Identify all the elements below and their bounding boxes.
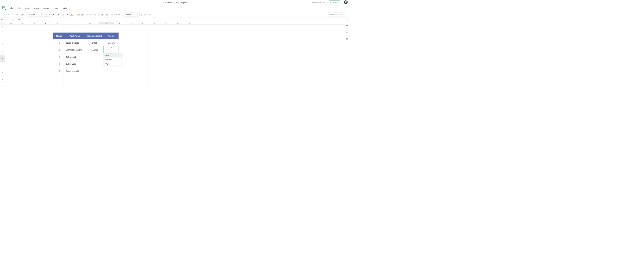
cell-C2[interactable] [28, 29, 40, 34]
cell-N8[interactable] [172, 69, 184, 76]
menu-view[interactable]: View [25, 7, 30, 10]
cell-D5[interactable] [40, 48, 52, 55]
cell-L6[interactable] [149, 55, 160, 62]
dropdown-option-low[interactable]: Low [104, 54, 122, 58]
cell-B2[interactable] [17, 29, 28, 34]
cell-M4[interactable] [160, 41, 172, 48]
row-header-2[interactable]: 2 [0, 29, 5, 34]
comments-icon[interactable] [346, 31, 348, 33]
cell-O8[interactable] [184, 69, 196, 76]
cell-D2[interactable] [40, 29, 52, 34]
cell-K10[interactable] [137, 83, 149, 89]
cell-E1[interactable] [52, 24, 63, 29]
cell-A9[interactable] [5, 76, 17, 82]
cell-J1[interactable] [126, 24, 137, 29]
cell-A3[interactable] [5, 34, 17, 41]
cell-O3[interactable] [184, 34, 196, 41]
cell-F1[interactable] [64, 24, 81, 29]
insert-image-button[interactable] [105, 13, 108, 16]
cell-K7[interactable] [137, 62, 149, 69]
cell-D10[interactable] [40, 83, 52, 89]
menu-insert[interactable]: Insert [34, 7, 39, 10]
font-family-select[interactable]: Tahoma▾ [28, 13, 44, 16]
cell-L5[interactable] [149, 48, 160, 55]
cell-C5[interactable] [28, 48, 40, 55]
cell-C8[interactable] [28, 69, 40, 76]
task-name-cell[interactable]: Sara's project 2 [65, 70, 86, 72]
cell-E9[interactable] [52, 76, 63, 82]
cell-B1[interactable] [17, 24, 28, 29]
functions-button[interactable]: Σ▾ [118, 14, 120, 16]
format-painter-button[interactable] [16, 13, 20, 16]
cell-A10[interactable] [5, 83, 17, 89]
checkbox[interactable] [58, 42, 60, 44]
column-header-A[interactable]: A [5, 22, 17, 24]
menu-edit[interactable]: Edit [18, 7, 21, 10]
formula-input[interactable]: Low [16, 18, 345, 20]
cell-D6[interactable] [40, 55, 52, 62]
cell-J9[interactable] [126, 76, 137, 82]
table-header-taskname[interactable]: Task Name [65, 33, 86, 39]
column-header-C[interactable]: C [28, 22, 40, 24]
cell-M5[interactable] [160, 48, 172, 55]
column-header-O[interactable]: O [184, 22, 196, 24]
cell-K3[interactable] [137, 34, 149, 41]
italic-button[interactable]: I [56, 13, 60, 16]
cell-I1[interactable] [114, 24, 126, 29]
menu-data[interactable]: Data [54, 7, 58, 10]
task-name-cell[interactable]: Self protrait [65, 56, 86, 58]
cell-L3[interactable] [149, 34, 160, 41]
formula-expand-icon[interactable]: ▾ [345, 18, 350, 22]
cell-O6[interactable] [184, 55, 196, 62]
cell-J4[interactable] [126, 41, 137, 48]
column-header-G[interactable]: G [81, 22, 99, 24]
dropdown-option-high[interactable]: High [104, 62, 122, 66]
cell-D1[interactable] [40, 24, 52, 29]
row-header-8[interactable]: 8 [0, 69, 5, 76]
column-header-E[interactable]: E [52, 22, 63, 24]
cell-N1[interactable] [172, 24, 184, 29]
dropdown-option-medium[interactable]: Medium [104, 58, 122, 62]
star-icon[interactable]: ★ [162, 1, 164, 3]
redo-button[interactable] [12, 13, 15, 16]
cell-K1[interactable] [137, 24, 149, 29]
cell-M10[interactable] [160, 83, 172, 89]
column-header-I[interactable]: I [114, 22, 126, 24]
collaborators-icon[interactable] [346, 38, 348, 41]
cell-M7[interactable] [160, 62, 172, 69]
checkbox[interactable] [58, 63, 60, 65]
cell-O5[interactable] [184, 48, 196, 55]
cell-B3[interactable] [17, 34, 28, 41]
cell-M3[interactable] [160, 34, 172, 41]
task-name-cell[interactable]: Zylker Logo [65, 63, 86, 65]
cell-I9[interactable] [114, 76, 126, 82]
date-cell[interactable]: 9/3/18 [86, 42, 104, 44]
menu-file[interactable]: File [10, 7, 14, 10]
task-name-cell[interactable]: Commission Work [65, 49, 86, 51]
cell-K5[interactable] [137, 48, 149, 55]
cell-M6[interactable] [160, 55, 172, 62]
cell-N9[interactable] [172, 76, 184, 82]
avatar[interactable] [344, 0, 348, 4]
decrease-decimal-button[interactable]: .00.0 [148, 13, 152, 16]
column-header-D[interactable]: D [40, 22, 52, 24]
cell-M1[interactable] [160, 24, 172, 29]
cell-F10[interactable] [64, 83, 81, 89]
undo-button[interactable] [7, 13, 10, 16]
cell-K9[interactable] [137, 76, 149, 82]
column-header-K[interactable]: K [137, 22, 149, 24]
borders-button[interactable]: ▾ [81, 14, 84, 16]
active-cell-editor[interactable]: Low [104, 46, 118, 54]
cell-N4[interactable] [172, 41, 184, 48]
cell-O9[interactable] [184, 76, 196, 82]
checkbox[interactable] [58, 49, 60, 51]
cell-M2[interactable] [160, 29, 172, 34]
column-header-J[interactable]: J [126, 22, 137, 24]
cell-H9[interactable] [99, 76, 114, 82]
row-header-7[interactable]: 7 [0, 62, 5, 69]
cell-O7[interactable] [184, 62, 196, 69]
row-header-1[interactable]: 1 [0, 24, 5, 29]
row-header-9[interactable]: 9 [0, 76, 5, 82]
cell-K4[interactable] [137, 41, 149, 48]
menu-format[interactable]: Format [43, 7, 50, 10]
